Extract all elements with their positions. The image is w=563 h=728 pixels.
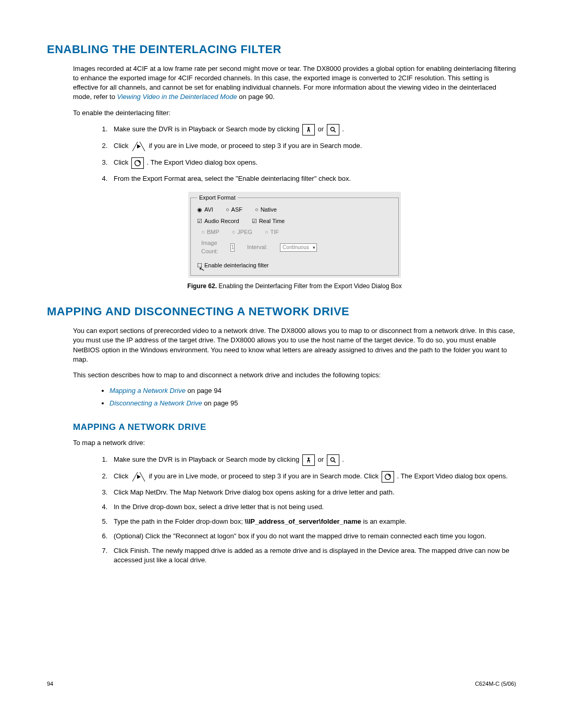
- label-image-count: Image Count:: [201, 239, 218, 255]
- check-enable-deinterlace[interactable]: ☐: [197, 262, 202, 269]
- link-disconnecting-drive[interactable]: Disconnecting a Network Drive: [109, 399, 202, 407]
- export-icon[interactable]: [131, 157, 144, 169]
- text: on page 94: [186, 387, 222, 394]
- radio-native[interactable]: ○Native: [255, 206, 277, 214]
- text: Click: [114, 158, 130, 166]
- radio-asf[interactable]: ○ASF: [226, 206, 242, 214]
- svg-line-3: [132, 142, 138, 151]
- step-2: Click if you are in Live mode, or procee…: [109, 141, 516, 152]
- person-icon[interactable]: [302, 124, 315, 135]
- page-number: 94: [47, 680, 53, 688]
- paragraph-map-intro: You can export sections of prerecorded v…: [73, 326, 516, 364]
- label-interval: Interval:: [247, 243, 267, 251]
- text: if you are in Live mode, or proceed to s…: [149, 142, 362, 150]
- link-mapping-drive[interactable]: Mapping a Network Drive: [109, 387, 186, 394]
- link-viewing-video[interactable]: Viewing Video in the Deinterlaced Mode: [117, 93, 237, 101]
- steps-map-drive: Make sure the DVR is in Playback or Sear…: [109, 454, 516, 565]
- text: Click: [114, 472, 130, 480]
- svg-line-2: [334, 130, 336, 132]
- export-icon[interactable]: [382, 471, 394, 483]
- heading-mapping-disconnect: MAPPING AND DISCONNECTING A NETWORK DRIV…: [47, 304, 516, 320]
- doc-id: C624M-C (5/06): [475, 680, 516, 688]
- text: .: [342, 125, 344, 133]
- step-1: Make sure the DVR is in Playback or Sear…: [109, 454, 516, 466]
- list-item: Mapping a Network Drive on page 94: [109, 386, 516, 396]
- heading-mapping-drive: MAPPING A NETWORK DRIVE: [73, 421, 516, 434]
- lead-map: To map a network drive:: [73, 438, 516, 448]
- radio-tif: ○TIF: [265, 228, 279, 236]
- text: . The Export Video dialog box opens.: [146, 158, 258, 166]
- check-audio[interactable]: ☑Audio Record: [197, 217, 239, 225]
- image-count-spinner: 1: [230, 243, 235, 252]
- page-footer: 94 C624M-C (5/06): [47, 680, 516, 688]
- text: on page 90.: [239, 93, 275, 101]
- heading-deinterlace: ENABLING THE DEINTERLACING FILTER: [47, 42, 516, 58]
- step-2: Click if you are in Live mode, or procee…: [109, 471, 516, 483]
- radio-avi[interactable]: ◉AVI: [197, 206, 213, 214]
- steps-enable-deinterlace: Make sure the DVR is in Playback or Sear…: [109, 124, 516, 183]
- figure-text: Enabling the Deinterfacing Filter from t…: [217, 282, 402, 290]
- text: Make sure the DVR is in Playback or Sear…: [114, 125, 301, 133]
- label-enable-deinterlace: Enable deinterlacing filter: [204, 262, 269, 269]
- text: Click: [114, 142, 130, 150]
- step-1: Make sure the DVR is in Playback or Sear…: [109, 124, 516, 135]
- step-7: Click Finish. The newly mapped drive is …: [109, 546, 516, 565]
- text: Type the path in the Folder drop-down bo…: [114, 517, 245, 525]
- person-icon[interactable]: [302, 454, 315, 466]
- interval-select: Continuous: [280, 243, 317, 252]
- step-4: In the Drive drop-down box, select a dri…: [109, 502, 516, 512]
- step-3: Click . The Export Video dialog box open…: [109, 157, 516, 169]
- svg-marker-5: [137, 144, 141, 149]
- step-4: From the Export Format area, select the …: [109, 174, 516, 183]
- example-path: \\IP_address_of_server\folder_name: [245, 517, 361, 525]
- radio-bmp: ○BMP: [201, 228, 219, 236]
- svg-marker-13: [137, 475, 141, 479]
- play-icon[interactable]: [131, 471, 146, 483]
- radio-jpeg: ○JPEG: [232, 228, 252, 236]
- list-item: Disconnecting a Network Drive on page 95: [109, 399, 516, 408]
- paragraph-deinterlace-intro: Images recorded at 4CIF at a low frame r…: [73, 64, 516, 102]
- step-3: Click Map NetDrv. The Map Network Drive …: [109, 488, 516, 497]
- text: on page 95: [202, 399, 238, 407]
- text: is an example.: [361, 517, 407, 525]
- text: if you are in Live mode, or proceed to s…: [149, 472, 380, 480]
- topics-list: Mapping a Network Drive on page 94 Disco…: [109, 386, 516, 408]
- legend: Export Format: [197, 194, 238, 202]
- lead-enable: To enable the deinterlacing filter:: [73, 108, 516, 118]
- svg-point-0: [308, 127, 310, 129]
- text: .: [342, 455, 344, 463]
- text: or: [317, 455, 325, 463]
- magnify-icon[interactable]: [327, 124, 339, 135]
- svg-point-8: [308, 458, 310, 460]
- figure-label: Figure 62.: [187, 282, 217, 290]
- figure-62: Export Format ◉AVI ○ASF ○Native ☑Audio R…: [73, 192, 516, 291]
- step-5: Type the path in the Folder drop-down bo…: [109, 517, 516, 526]
- text: . The Export Video dialog box opens.: [397, 472, 508, 480]
- export-format-panel: Export Format ◉AVI ○ASF ○Native ☑Audio R…: [190, 194, 399, 276]
- magnify-icon[interactable]: [327, 454, 339, 466]
- paragraph-map-topics: This section describes how to map to and…: [73, 371, 516, 380]
- check-realtime[interactable]: ☑Real Time: [252, 217, 285, 225]
- step-6: (Optional) Click the "Reconnect at logon…: [109, 532, 516, 541]
- text: Make sure the DVR is in Playback or Sear…: [114, 455, 301, 463]
- svg-line-11: [132, 472, 138, 482]
- svg-line-10: [334, 461, 336, 463]
- figure-62-caption: Figure 62. Enabling the Deinterfacing Fi…: [73, 282, 516, 291]
- play-icon[interactable]: [131, 141, 146, 152]
- text: or: [317, 125, 325, 133]
